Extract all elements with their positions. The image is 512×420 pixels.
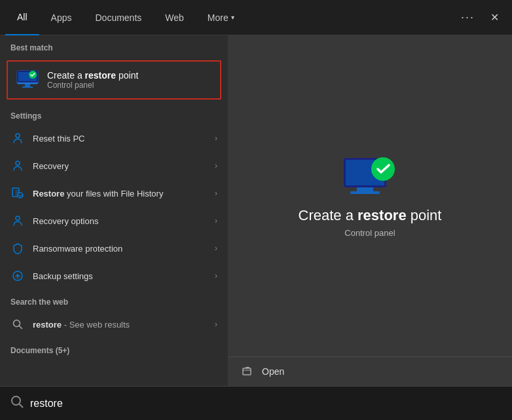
settings-item-recovery[interactable]: Recovery › — [0, 152, 228, 180]
person-icon — [10, 131, 25, 145]
svg-point-7 — [16, 161, 20, 165]
web-section-label: Search the web — [0, 290, 228, 311]
documents-section-label: Documents (5+) — [0, 338, 228, 359]
settings-item-backup-label: Backup settings — [33, 271, 215, 281]
main-content: Best match Create a restore point — [0, 35, 512, 386]
best-match-section-label: Best match — [0, 35, 228, 56]
chevron-right-icon: › — [215, 134, 217, 143]
tab-documents-label: Documents — [95, 12, 141, 23]
tab-web[interactable]: Web — [153, 0, 196, 35]
tab-apps-label: Apps — [51, 12, 72, 23]
tab-apps[interactable]: Apps — [39, 0, 84, 35]
tab-all-label: All — [17, 12, 27, 22]
chevron-down-icon: ▾ — [231, 14, 234, 21]
svg-line-22 — [20, 404, 23, 408]
search-input[interactable] — [30, 398, 502, 410]
recovery-icon — [10, 159, 25, 173]
settings-item-ransomware-label: Ransomware protection — [33, 244, 215, 254]
right-actions: Open — [228, 357, 512, 386]
svg-rect-3 — [25, 84, 30, 86]
tab-all[interactable]: All — [5, 0, 39, 35]
tab-documents[interactable]: Documents — [83, 0, 153, 35]
chevron-right-icon: › — [215, 161, 217, 170]
best-match-subtitle: Control panel — [47, 81, 138, 90]
svg-rect-19 — [243, 368, 251, 375]
search-bar-icon — [10, 395, 24, 411]
more-options-button[interactable]: ··· — [453, 0, 483, 35]
svg-rect-20 — [246, 367, 249, 368]
search-bar — [0, 386, 512, 420]
settings-item-reset[interactable]: Reset this PC › — [0, 124, 228, 152]
settings-item-backup[interactable]: Backup settings › — [0, 262, 228, 290]
settings-item-restore-files[interactable]: Restore your files with File History › — [0, 180, 228, 207]
best-match-item[interactable]: Create a restore point Control panel — [7, 60, 221, 100]
shield-icon — [10, 241, 25, 256]
tab-more[interactable]: More ▾ — [196, 0, 246, 35]
chevron-right-icon: › — [215, 189, 217, 198]
search-icon — [10, 317, 25, 332]
app-icon-large — [340, 155, 399, 207]
left-panel: Best match Create a restore point — [0, 35, 228, 386]
backup-icon — [10, 269, 25, 283]
best-match-text: Create a restore point Control panel — [47, 70, 138, 90]
close-button[interactable]: ✕ — [483, 0, 507, 35]
open-action-label: Open — [262, 366, 284, 377]
chevron-right-icon: › — [215, 320, 217, 329]
svg-rect-4 — [22, 86, 33, 88]
restore-point-icon — [16, 68, 39, 92]
open-action-item[interactable]: Open — [228, 357, 512, 386]
settings-item-reset-label: Reset this PC — [33, 134, 215, 143]
right-detail-subtitle: Control panel — [344, 228, 395, 238]
top-nav: All Apps Documents Web More ▾ ··· ✕ — [0, 0, 512, 35]
right-detail-area: Create a restore point Control panel — [228, 35, 512, 356]
web-search-label: restore - See web results — [33, 320, 215, 330]
chevron-right-icon: › — [215, 244, 217, 253]
svg-line-13 — [20, 326, 22, 329]
web-search-item[interactable]: restore - See web results › — [0, 311, 228, 338]
svg-rect-16 — [357, 187, 373, 191]
settings-item-recovery-label: Recovery — [33, 161, 215, 171]
right-panel: Create a restore point Control panel Ope… — [228, 35, 512, 386]
recovery-options-icon — [10, 214, 25, 228]
file-history-icon — [10, 186, 25, 200]
settings-item-restore-files-label: Restore your files with File History — [33, 189, 215, 199]
settings-item-recovery-options[interactable]: Recovery options › — [0, 207, 228, 235]
settings-item-recovery-options-label: Recovery options — [33, 216, 215, 226]
svg-rect-17 — [350, 191, 380, 194]
settings-section-label: Settings — [0, 104, 228, 124]
svg-point-6 — [16, 134, 20, 138]
chevron-right-icon: › — [215, 271, 217, 280]
svg-point-10 — [16, 216, 20, 220]
open-icon — [241, 365, 254, 378]
right-detail-title: Create a restore point — [299, 207, 442, 224]
best-match-title: Create a restore point — [47, 70, 138, 81]
chevron-right-icon: › — [215, 216, 217, 225]
settings-item-ransomware[interactable]: Ransomware protection › — [0, 235, 228, 262]
tab-web-label: Web — [165, 12, 184, 23]
tab-more-label: More — [208, 12, 229, 23]
